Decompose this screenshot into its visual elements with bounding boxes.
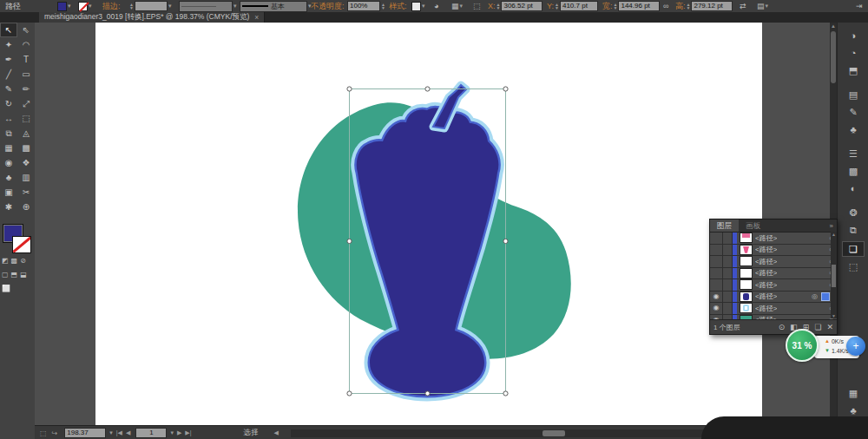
artboard-number-field[interactable]: 1 [135,428,167,438]
lock-toggle[interactable] [723,279,733,291]
visibility-eye-icon[interactable] [710,245,723,256]
stroke-weight-field[interactable] [135,1,168,11]
tab-layers[interactable]: 图层 [710,220,739,232]
style-swatch-dropdown[interactable]: ▾ [411,0,425,12]
selection-handle[interactable] [347,239,352,243]
hand-tool[interactable]: ✱ [0,200,17,214]
selection-handle[interactable] [347,391,352,396]
artboards-panel-icon[interactable]: ⬚ [842,259,865,274]
transparency-panel-icon[interactable]: ◐ [842,180,865,196]
status-icon-1[interactable]: ⬚ [40,429,47,437]
selection-handle[interactable] [425,87,430,91]
opacity-field[interactable]: 100% [347,1,380,11]
close-icon[interactable]: × [254,13,259,22]
rotate-tool[interactable]: ↻ [0,96,17,111]
layer-row[interactable]: <路径>○ [710,268,837,280]
layer-row[interactable]: <路径>○ [710,279,837,292]
zoom-dropdown-icon[interactable]: ▾ [109,429,113,436]
zoom-level-field[interactable]: 198.37 [64,428,106,438]
next-artboard-button[interactable]: ▶ [177,429,181,436]
graphic-styles-panel-icon[interactable]: ⧉ [842,222,865,238]
style-link[interactable]: 样式: [389,1,407,12]
layers-panel-icon[interactable]: ❏ [842,241,865,257]
lock-toggle[interactable] [723,292,733,303]
layers-scrollbar[interactable]: ▲ ▼ [831,232,837,318]
layer-name[interactable]: <路径> [755,268,777,278]
x-field-group[interactable]: X: ▲▼ 306.52 pt [488,0,542,12]
brush-definition-dropdown[interactable]: 基本 ▾ [240,0,312,12]
target-circle-icon[interactable]: ◎ [812,292,818,300]
visibility-eye-icon[interactable] [710,256,723,267]
slice-tool[interactable]: ✂ [17,185,35,200]
speed-overlay[interactable]: ▲ 0K/s ▼ 1.4K/s 31 % + [786,329,868,367]
visibility-eye-icon[interactable] [710,279,723,291]
lasso-tool[interactable]: ◠ [17,37,35,52]
isolate-selection-icon[interactable]: ⬚ [473,2,481,10]
layer-row[interactable]: <路径>○ [710,245,837,257]
layer-name[interactable]: <路径> [755,315,777,319]
opacity-field-group[interactable]: 100% ▲▼ [347,0,386,12]
layer-name[interactable]: <路径> [755,292,777,301]
lock-toggle[interactable] [723,315,733,320]
selection-handle[interactable] [347,87,352,91]
layer-name[interactable]: <路径> [755,280,777,290]
gradient-tool[interactable]: ▩ [17,141,35,155]
hscroll-handle[interactable] [542,430,565,436]
locate-object-button[interactable]: ⊙ [779,323,786,331]
stroke-color-well[interactable] [12,236,31,253]
screen-mode-button[interactable]: ⬜ [2,285,10,292]
layer-row[interactable]: ◉<路径>○ [710,315,837,320]
free-transform-tool[interactable]: ⬚ [17,111,35,126]
mesh-tool[interactable]: ▦ [0,141,17,155]
pen-tool[interactable]: ✒ [0,52,17,67]
symbols-panel-icon[interactable]: ♣ [842,121,865,137]
draw-mode-buttons[interactable]: ▢⬒⬓ [2,271,27,278]
panel-menu-icon[interactable]: » [830,222,833,230]
document-tab[interactable]: meishigaodianer3_0019 [转换].EPS* @ 198.37… [39,12,265,23]
fill-color-swatch[interactable]: ▾ [57,0,71,12]
recolor-artwork-icon[interactable]: ◕ [434,2,438,10]
shape-builder-tool[interactable]: ⧉ [0,126,17,141]
symbol-sprayer-tool[interactable]: ♣ [0,170,17,185]
collapse-panel-icon[interactable]: ⇥ [856,2,863,10]
lock-toggle[interactable] [723,256,733,267]
selection-handle[interactable] [503,87,508,91]
pencil-tool[interactable]: ✏ [17,82,35,96]
layer-row[interactable]: <路径>○ [710,256,837,268]
layer-name[interactable]: <路径> [755,257,777,266]
selection-handle[interactable] [425,391,430,396]
status-icon-2[interactable]: ↪ [52,429,58,437]
width-field[interactable]: 144.96 pt [618,1,660,11]
color-guide-panel-icon[interactable]: ◔ [842,45,865,61]
zoom-tool[interactable]: ⊕ [17,200,35,214]
swatch-libraries-icon[interactable]: ▦ [842,385,865,401]
column-graph-tool[interactable]: ▥ [17,170,35,185]
hscroll-left-icon[interactable]: ◀ [273,429,278,436]
selection-handle[interactable] [503,239,508,243]
eyedropper-tool[interactable]: ◉ [0,155,17,170]
lock-toggle[interactable] [723,303,733,314]
x-field[interactable]: 306.52 pt [501,1,542,11]
selection-tool[interactable]: ↖ [0,23,17,37]
appearance-panel-icon[interactable]: ❂ [842,205,865,220]
first-artboard-button[interactable]: |◀ [116,429,122,436]
opacity-mask-dropdown[interactable]: ▤▾ [757,0,768,12]
horizontal-scrollbar[interactable] [291,429,725,437]
rectangle-tool[interactable]: ▭ [17,67,35,82]
last-artboard-button[interactable]: ▶| [185,429,191,436]
line-segment-tool[interactable]: ╱ [0,67,17,82]
scroll-up-icon[interactable]: ▲ [830,23,837,29]
perspective-grid-tool[interactable]: ◬ [17,126,35,141]
paintbrush-tool[interactable]: ✎ [0,82,17,96]
visibility-eye-icon[interactable]: ◉ [710,292,723,303]
artboard-dropdown-icon[interactable]: ▾ [170,429,174,436]
stroke-panel-icon[interactable]: ☰ [842,146,865,161]
layer-row[interactable]: <路径>○ [710,233,837,245]
height-field-group[interactable]: 高: ▲▼ 279.12 pt [675,0,733,12]
color-panel-icon[interactable]: ◑ [842,28,865,43]
y-field[interactable]: 410.7 pt [560,1,598,11]
memory-percent-ball[interactable]: 31 % [786,329,819,362]
accelerator-ball[interactable]: + [846,337,865,356]
constrain-proportions-icon[interactable]: ∞ [663,2,668,10]
layer-name[interactable]: <路径> [755,233,777,243]
